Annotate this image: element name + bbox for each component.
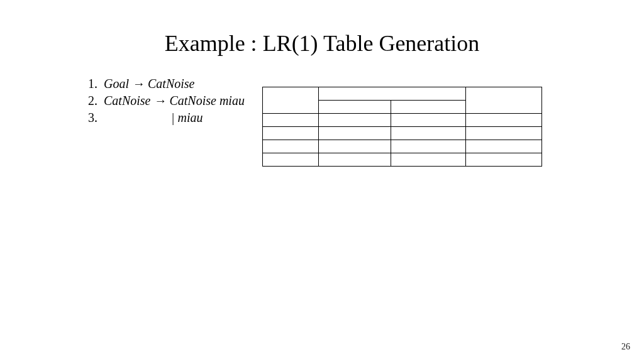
table-cell	[465, 140, 541, 153]
table-cell	[318, 140, 391, 153]
lr1-table	[262, 87, 542, 167]
table-cell	[465, 153, 541, 167]
rule-rhs: CatNoise miau	[169, 94, 244, 107]
page-number: 26	[621, 342, 630, 352]
table-cell	[318, 153, 391, 167]
table-row	[262, 127, 541, 140]
rule-rhs: miau	[178, 111, 203, 124]
table-cell	[262, 114, 318, 127]
table-cell	[391, 114, 465, 127]
table-cell	[391, 127, 465, 140]
rule-arrow: →	[132, 77, 145, 90]
rule-number: 2.	[88, 92, 101, 109]
grammar-rule-2: 2. CatNoise → CatNoise miau	[88, 92, 245, 109]
table-cell	[262, 87, 318, 114]
table-cell	[465, 114, 541, 127]
table-row	[262, 140, 541, 153]
table-cell	[465, 87, 541, 114]
rule-lhs: Goal	[104, 77, 129, 90]
rule-number: 1.	[88, 75, 101, 92]
table-cell	[318, 114, 391, 127]
rule-rhs: CatNoise	[148, 77, 194, 90]
rule-bar: |	[171, 111, 175, 124]
table-cell	[318, 127, 391, 140]
table-cell	[262, 153, 318, 167]
table-row	[262, 87, 541, 101]
slide-content: 1. Goal → CatNoise 2. CatNoise → CatNois…	[0, 75, 644, 167]
slide-title: Example : LR(1) Table Generation	[0, 30, 644, 57]
table-cell	[318, 101, 391, 114]
table-row	[262, 153, 541, 167]
table-cell	[391, 153, 465, 167]
table-cell	[262, 127, 318, 140]
grammar-rule-1: 1. Goal → CatNoise	[88, 75, 245, 92]
rule-arrow: →	[153, 94, 166, 107]
table-cell	[465, 127, 541, 140]
table	[262, 87, 542, 167]
table-cell	[318, 87, 465, 101]
table-cell	[262, 140, 318, 153]
table-cell	[391, 101, 465, 114]
rule-number: 3.	[88, 109, 101, 126]
table-row	[262, 114, 541, 127]
table-cell	[391, 140, 465, 153]
rule-lhs: CatNoise	[104, 94, 150, 107]
grammar-rules: 1. Goal → CatNoise 2. CatNoise → CatNois…	[88, 75, 245, 167]
grammar-rule-3: 3. | miau	[88, 109, 245, 126]
